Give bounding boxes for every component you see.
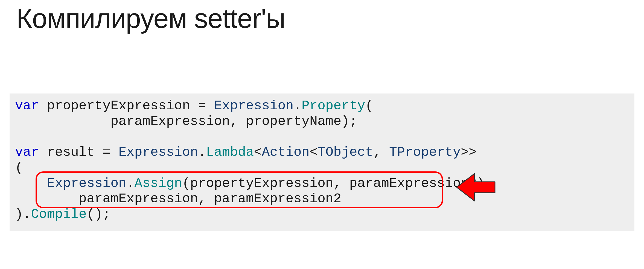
type-tobject: TObject [317,145,373,160]
code-line-4: var result = Expression.Lambda<Action<TO… [15,145,477,160]
code-text: . [294,98,302,113]
method-assign: Assign [135,176,182,191]
type-expression: Expression [47,176,126,191]
code-line-7: paramExpression, paramExpression2 [15,191,341,206]
code-text: result = [39,145,118,160]
type-expression: Expression [214,98,294,113]
code-text: , [373,145,389,160]
code-text: propertyExpression = [39,98,214,113]
code-text: < [310,145,317,160]
type-expression: Expression [118,145,198,160]
code-line-8: ).Compile(); [15,207,110,222]
code-line-6: Expression.Assign(propertyExpression, pa… [15,176,493,191]
type-tproperty: TProperty [389,145,461,160]
method-compile: Compile [31,207,87,222]
code-text: >> [461,145,477,160]
code-text: (propertyExpression, paramExpression2), [182,176,493,191]
type-action: Action [262,145,310,160]
slide: Компилируем setter'ы var propertyExpress… [0,0,644,269]
code-text: ( [365,98,373,113]
code-text: < [254,145,262,160]
code-line-1: var propertyExpression = Expression.Prop… [15,98,373,113]
keyword-var: var [15,145,39,160]
code-text: ). [15,207,31,222]
code-text [15,176,47,191]
code-block: var propertyExpression = Expression.Prop… [10,93,634,231]
slide-title: Компилируем setter'ы [16,3,285,34]
code-line-5: ( [15,160,23,176]
method-property: Property [302,98,365,113]
code-text: . [198,145,206,160]
keyword-var: var [15,98,39,113]
code-content: var propertyExpression = Expression.Prop… [15,98,629,223]
code-text: (); [87,207,110,222]
method-lambda: Lambda [206,145,254,160]
code-text: . [126,176,134,191]
code-line-2: paramExpression, propertyName); [15,114,357,129]
